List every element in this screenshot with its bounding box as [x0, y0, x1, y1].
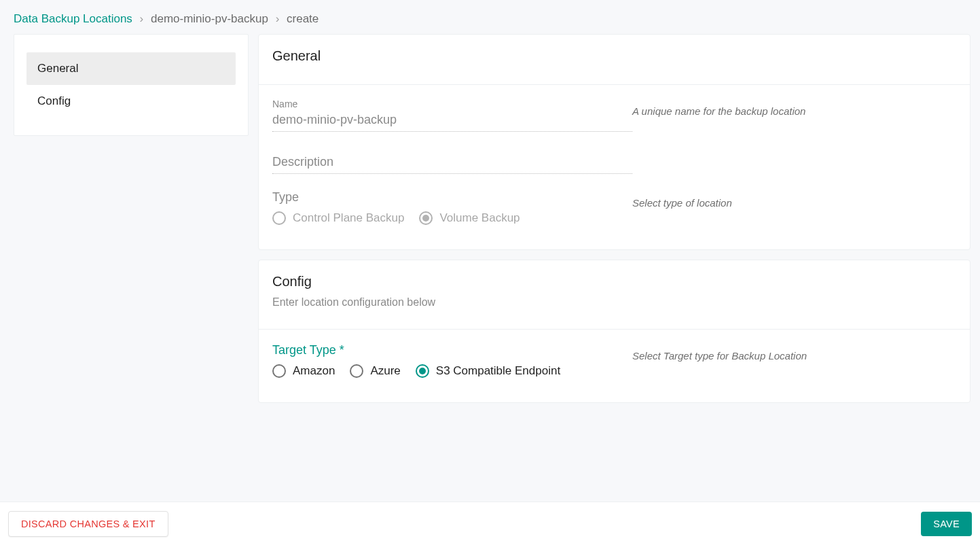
- breadcrumb-item: demo-minio-pv-backup: [151, 12, 268, 25]
- breadcrumb-root-link[interactable]: Data Backup Locations: [14, 12, 132, 25]
- radio-circle-icon: [272, 211, 286, 225]
- type-radio-group: Control Plane Backup Volume Backup: [272, 211, 632, 225]
- radio-circle-icon: [419, 211, 433, 225]
- radio-label: Volume Backup: [439, 211, 520, 225]
- radio-label: Control Plane Backup: [293, 211, 404, 225]
- type-label: Type: [272, 190, 632, 205]
- target-type-label: Target Type *: [272, 343, 632, 357]
- config-title: Config: [272, 274, 956, 289]
- name-hint: A unique name for the backup location: [632, 105, 805, 117]
- radio-label: Azure: [370, 364, 400, 378]
- radio-circle-icon: [272, 364, 286, 378]
- side-nav: General Config: [14, 34, 249, 136]
- breadcrumb-separator: ›: [140, 12, 144, 25]
- breadcrumb-action: create: [287, 12, 319, 25]
- sidebar-item-general[interactable]: General: [26, 52, 236, 85]
- radio-s3-compatible[interactable]: S3 Compatible Endpoint: [416, 364, 560, 378]
- radio-label: Amazon: [293, 364, 335, 378]
- breadcrumb-separator: ›: [276, 12, 280, 25]
- type-hint: Select type of location: [632, 197, 732, 209]
- config-subtitle: Enter location configuration below: [272, 296, 956, 309]
- general-title: General: [272, 48, 956, 64]
- radio-control-plane-backup[interactable]: Control Plane Backup: [272, 211, 404, 225]
- radio-amazon[interactable]: Amazon: [272, 364, 335, 378]
- sidebar-item-config[interactable]: Config: [26, 85, 236, 118]
- name-label: Name: [272, 99, 632, 109]
- footer-bar: DISCARD CHANGES & EXIT SAVE: [0, 502, 980, 545]
- radio-volume-backup[interactable]: Volume Backup: [419, 211, 520, 225]
- discard-button[interactable]: DISCARD CHANGES & EXIT: [8, 511, 168, 537]
- description-input[interactable]: [272, 148, 632, 174]
- radio-label: S3 Compatible Endpoint: [436, 364, 560, 378]
- target-type-hint: Select Target type for Backup Location: [632, 350, 807, 362]
- config-card: Config Enter location configuration belo…: [258, 260, 970, 403]
- save-button[interactable]: SAVE: [921, 512, 972, 536]
- target-type-radio-group: Amazon Azure S3 Compatible Endpoint: [272, 364, 632, 378]
- name-input[interactable]: [272, 111, 632, 132]
- radio-circle-icon: [350, 364, 363, 378]
- radio-circle-icon: [416, 364, 429, 378]
- breadcrumb: Data Backup Locations › demo-minio-pv-ba…: [0, 0, 980, 34]
- radio-azure[interactable]: Azure: [350, 364, 400, 378]
- general-card: General Name A unique name for the backu…: [258, 34, 970, 250]
